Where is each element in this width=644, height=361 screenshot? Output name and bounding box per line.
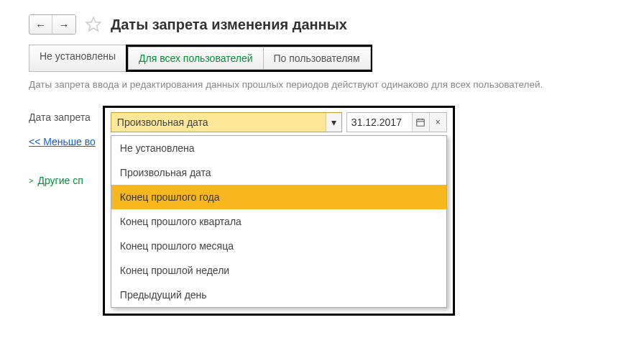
- date-input[interactable]: [347, 113, 412, 132]
- nav-back-button[interactable]: ←: [29, 15, 52, 34]
- favorite-star-icon[interactable]: [85, 16, 102, 33]
- dropdown-item[interactable]: Произвольная дата: [111, 160, 446, 185]
- dropdown-item[interactable]: Конец прошлого года: [111, 185, 446, 209]
- svg-rect-1: [417, 119, 425, 126]
- chevron-right-icon: >: [29, 176, 33, 185]
- description-text: Даты запрета ввода и редактирования данн…: [29, 79, 615, 90]
- date-type-select[interactable]: Произвольная дата ▾: [111, 112, 342, 132]
- dropdown-item[interactable]: Конец прошлого месяца: [111, 234, 446, 258]
- less-options-link[interactable]: << Меньше во: [29, 136, 96, 147]
- tab-all-users[interactable]: Для всех пользователей: [128, 47, 263, 70]
- dropdown-item[interactable]: Не установлена: [111, 136, 446, 160]
- clear-date-icon[interactable]: ×: [429, 113, 446, 132]
- dropdown-item[interactable]: Конец прошлой недели: [111, 258, 446, 283]
- date-field: ×: [346, 112, 447, 132]
- date-restriction-label: Дата запрета: [29, 106, 91, 123]
- nav-back-forward-group: ← →: [29, 14, 76, 35]
- other-methods-label: Другие сп: [37, 175, 83, 186]
- date-controls-highlight-frame: Произвольная дата ▾ × Не установлена Пр: [103, 106, 455, 316]
- date-type-select-value: Произвольная дата: [111, 113, 326, 132]
- tab-highlight-frame: Для всех пользователей По пользователям: [126, 45, 372, 72]
- other-methods-toggle[interactable]: > Другие сп: [29, 175, 83, 186]
- nav-forward-button[interactable]: →: [52, 15, 75, 34]
- svg-marker-0: [86, 17, 101, 31]
- calendar-icon[interactable]: [412, 113, 429, 132]
- page-title: Даты запрета изменения данных: [111, 17, 347, 33]
- dropdown-item[interactable]: Конец прошлого квартала: [111, 209, 446, 234]
- date-type-dropdown-list: Не установлена Произвольная дата Конец п…: [111, 135, 447, 308]
- dropdown-item[interactable]: Предыдущий день: [111, 283, 446, 307]
- dropdown-caret-icon[interactable]: ▾: [326, 113, 341, 132]
- tab-by-users[interactable]: По пользователям: [263, 47, 371, 70]
- tab-not-set[interactable]: Не установлены: [29, 45, 126, 72]
